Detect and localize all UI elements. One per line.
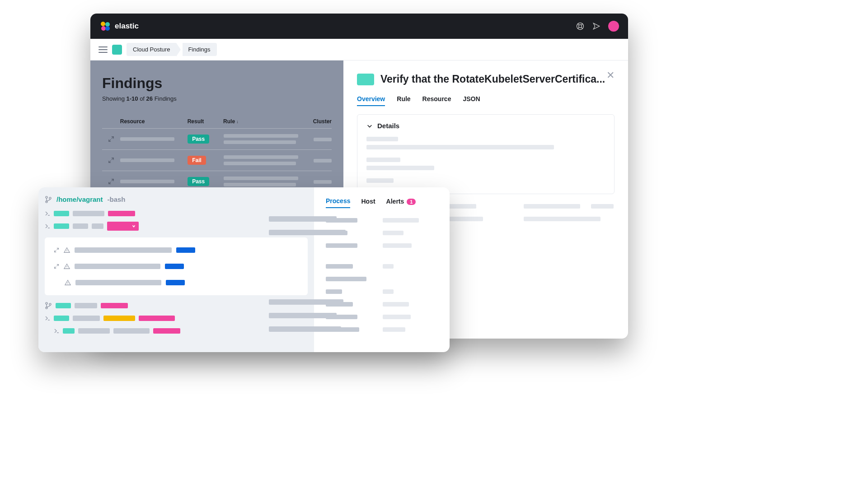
expand-icon[interactable]: [108, 157, 114, 163]
warning-icon: [64, 247, 70, 253]
shell-name: -bash: [108, 195, 126, 203]
list-item[interactable]: [45, 313, 308, 323]
tab-host[interactable]: Host: [361, 198, 375, 208]
detail-tabs: Overview Rule Resource JSON: [357, 95, 615, 106]
tab-resource[interactable]: Resource: [422, 95, 451, 106]
list-item[interactable]: [45, 242, 308, 258]
page-title: Findings: [102, 75, 332, 92]
terminal-rows: [45, 209, 308, 336]
col-result[interactable]: Result: [188, 118, 223, 125]
notification-icon[interactable]: [592, 22, 601, 31]
placeholder: [120, 137, 174, 141]
chevron-down-icon: [366, 123, 373, 129]
prompt-icon: [54, 328, 59, 334]
tab-overview[interactable]: Overview: [357, 95, 385, 106]
menu-toggle-icon[interactable]: [99, 46, 108, 53]
list-item[interactable]: [45, 258, 308, 274]
warning-icon: [65, 279, 71, 286]
tab-alerts[interactable]: Alerts 1: [386, 198, 416, 208]
list-item[interactable]: [45, 209, 308, 218]
status-badge-pass: Pass: [188, 135, 209, 144]
table-row[interactable]: Pass: [102, 128, 332, 149]
status-badge-pass: Pass: [188, 177, 209, 186]
svg-point-0: [101, 22, 105, 26]
help-icon[interactable]: [576, 22, 585, 31]
session-view-window: /home/vagrant -bash: [38, 187, 450, 352]
svg-point-12: [49, 197, 51, 199]
col-resource[interactable]: Resource: [120, 118, 188, 125]
breadcrumb-bar: Cloud Posture Findings: [90, 39, 628, 60]
svg-point-5: [579, 25, 582, 28]
expand-icon[interactable]: [54, 247, 59, 253]
svg-point-10: [46, 196, 47, 198]
expand-icon[interactable]: [108, 178, 114, 185]
alerts-count-badge: 1: [407, 199, 416, 205]
breadcrumb-cloud-posture[interactable]: Cloud Posture: [127, 43, 176, 56]
close-icon[interactable]: ✕: [606, 70, 615, 81]
col-cluster[interactable]: Cluster: [313, 118, 332, 125]
list-item[interactable]: [45, 221, 308, 231]
elastic-logo-icon: [99, 20, 111, 32]
app-color-square: [112, 45, 122, 55]
table-header: Resource Result Rule ↓ Cluster: [102, 115, 332, 128]
tab-json[interactable]: JSON: [463, 95, 480, 106]
branch-icon: [45, 302, 52, 309]
svg-point-13: [46, 302, 47, 304]
details-card: Details: [357, 114, 615, 194]
table-row[interactable]: Fail: [102, 149, 332, 171]
svg-point-1: [105, 22, 110, 27]
process-tabs: Process Host Alerts 1: [326, 197, 438, 208]
terminal-right-skeletons: [269, 216, 346, 332]
terminal-panel: /home/vagrant -bash: [38, 187, 314, 352]
expanded-command-card: [45, 237, 308, 295]
warning-icon: [64, 263, 70, 270]
status-badge-fail: Fail: [188, 156, 206, 165]
brand-text: elastic: [115, 22, 139, 31]
top-bar: elastic: [90, 14, 628, 39]
sort-down-icon: ↓: [236, 119, 239, 124]
breadcrumb-findings[interactable]: Findings: [183, 43, 216, 56]
svg-point-3: [105, 26, 110, 31]
list-item[interactable]: [45, 301, 308, 311]
prompt-icon: [45, 223, 50, 229]
brand-logo[interactable]: elastic: [99, 20, 139, 32]
tab-process[interactable]: Process: [326, 197, 350, 208]
detail-color-swatch: [357, 74, 374, 85]
prompt-icon: [45, 316, 50, 321]
svg-point-2: [101, 26, 106, 31]
terminal-path-header: /home/vagrant -bash: [45, 195, 308, 203]
list-item[interactable]: [45, 274, 308, 291]
svg-line-8: [577, 28, 579, 29]
svg-line-9: [582, 28, 583, 29]
list-item[interactable]: [45, 326, 308, 336]
svg-line-7: [582, 23, 583, 25]
findings-table: Resource Result Rule ↓ Cluster Pass Fail: [102, 115, 332, 192]
expand-icon[interactable]: [54, 264, 59, 269]
details-accordion-header[interactable]: Details: [366, 122, 605, 130]
prompt-icon: [45, 211, 50, 216]
findings-count: Showing 1-10 of 26 Findings: [102, 95, 332, 102]
expand-icon[interactable]: [108, 136, 114, 142]
svg-point-15: [49, 303, 51, 305]
svg-line-6: [577, 23, 579, 25]
tab-rule[interactable]: Rule: [397, 95, 410, 106]
detail-title: Verify that the RotateKubeletServerCerti…: [380, 73, 605, 85]
breadcrumb: Cloud Posture Findings: [127, 43, 217, 56]
user-avatar[interactable]: [608, 21, 619, 32]
col-rule[interactable]: Rule ↓: [223, 118, 313, 125]
cwd-path: /home/vagrant: [56, 195, 103, 203]
dropdown-toggle[interactable]: [107, 222, 139, 231]
branch-icon: [45, 196, 52, 203]
